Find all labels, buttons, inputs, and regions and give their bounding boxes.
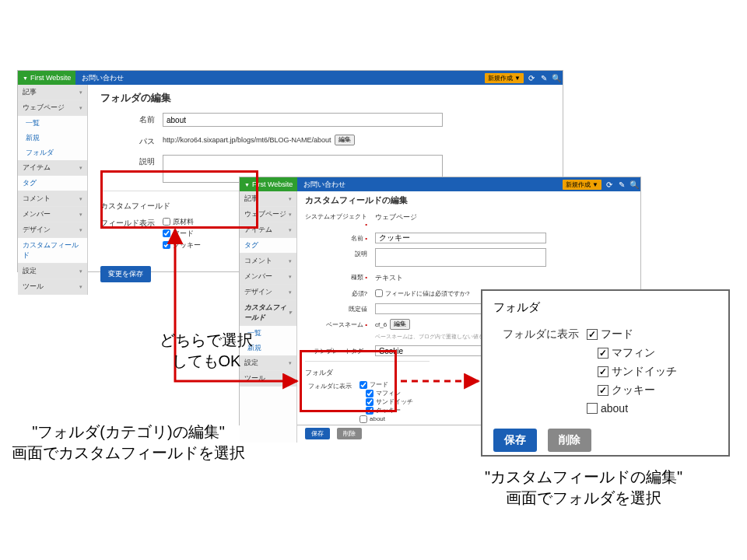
refresh-icon[interactable]: ⟳: [526, 72, 537, 83]
annotation-left-caption: "フォルダ(カテゴリ)の編集" 画面でカスタムフィールドを選択: [4, 422, 253, 464]
topbar2: First Website お問い合わせ 新規作成 ▼ ⟳ ✎ 🔍: [240, 177, 640, 191]
sidebar-item-tag[interactable]: タグ: [18, 176, 87, 191]
mag-disp-label: フォルダに表示: [493, 327, 587, 341]
l-name: 名前: [305, 233, 375, 243]
folder-heading: フォルダ: [305, 368, 430, 378]
label-desc: 説明: [100, 155, 163, 167]
save-button[interactable]: 変更を保存: [100, 266, 151, 282]
i-name[interactable]: [375, 233, 546, 243]
sidebar-item-settings[interactable]: 設定▾: [18, 264, 87, 279]
s2-member[interactable]: メンバー▾: [240, 269, 296, 285]
cb-req[interactable]: フィールドに値は必須ですか?: [375, 288, 469, 299]
page-title: フォルダの編集: [100, 91, 550, 105]
l-default: 既定値: [305, 303, 375, 313]
v-type: テキスト: [375, 271, 403, 283]
l-desc: 説明: [305, 248, 375, 258]
l-tag: テンプレートタグ: [305, 345, 375, 355]
sidebar-item-tools[interactable]: ツール▾: [18, 279, 87, 295]
edit-icon[interactable]: ✎: [538, 72, 549, 83]
s2-tag[interactable]: タグ: [240, 238, 296, 254]
new-button[interactable]: 新規作成 ▼: [485, 73, 524, 83]
topbar: First Website お問い合わせ 新規作成 ▼ ⟳ ✎ 🔍: [18, 71, 563, 85]
fcb-food[interactable]: フード: [359, 380, 413, 389]
sidebar-item-list[interactable]: 一覧: [18, 116, 87, 131]
search-icon2[interactable]: 🔍: [629, 179, 640, 190]
site-button[interactable]: First Website: [18, 71, 75, 85]
mcb-cookie[interactable]: ✓クッキー: [598, 383, 677, 397]
sidebar-item-member[interactable]: メンバー▾: [18, 207, 87, 222]
basename-edit-button[interactable]: 編集: [390, 319, 410, 330]
cb-food[interactable]: フード: [163, 228, 201, 239]
mcb-about[interactable]: about: [587, 402, 677, 415]
blog-name[interactable]: お問い合わせ: [75, 73, 130, 83]
sidebar2: 記事▾ ウェブページ▾ アイテム▾ タグ コメント▾ メンバー▾ デザイン▾ カ…: [240, 191, 297, 443]
cf-save-button[interactable]: 保存: [305, 428, 330, 439]
annotation-middle: どちらで選択 してもOK: [140, 330, 272, 372]
v-basename: cf_6: [375, 321, 387, 328]
path-text: http://koro64.sixapart.jp/blogs/mt6/BLOG…: [163, 136, 331, 144]
cf-heading: カスタムフィールド: [100, 201, 256, 212]
l-req: 必須?: [305, 288, 375, 298]
s2-webpage[interactable]: ウェブページ▾: [240, 207, 296, 222]
site-button2[interactable]: First Website: [240, 177, 297, 191]
sidebar-item-post[interactable]: 記事▾: [18, 85, 87, 100]
fcb-cookie[interactable]: クッキー: [359, 406, 413, 415]
sidebar-item-design[interactable]: デザイン▾: [18, 222, 87, 238]
fcb-about[interactable]: about: [359, 415, 413, 423]
folder-panel-magnified: フォルダ フォルダに表示 ✓フード ✓マフィン ✓サンドイッチ ✓クッキー ab…: [481, 289, 730, 457]
sidebar: 記事▾ ウェブページ▾ 一覧 新規 フォルダ アイテム▾ タグ コメント▾ メン…: [18, 85, 88, 295]
sidebar-item-new[interactable]: 新規: [18, 131, 87, 145]
edit-icon2[interactable]: ✎: [616, 179, 627, 190]
new-button2[interactable]: 新規作成 ▼: [563, 180, 601, 190]
cf-delete-button[interactable]: 削除: [337, 428, 362, 439]
input-name[interactable]: [163, 113, 443, 127]
annotation-right-caption: "カスタムフィールドの編集" 画面でフォルダを選択: [459, 467, 708, 509]
s2-customfield[interactable]: カスタムフィールド▾: [240, 300, 296, 326]
blog-name2[interactable]: お問い合わせ: [297, 180, 352, 190]
l-sysobj: システムオブジェクト: [305, 211, 375, 228]
refresh-icon2[interactable]: ⟳: [604, 179, 615, 190]
s2-tools[interactable]: ツール▾: [240, 371, 296, 387]
fcb-muffin[interactable]: マフィン: [359, 389, 413, 397]
mag-save-button[interactable]: 保存: [493, 429, 537, 452]
sidebar-item-webpage[interactable]: ウェブページ▾: [18, 100, 87, 116]
cb-raw[interactable]: 原材料: [163, 216, 201, 227]
sidebar-item-folder[interactable]: フォルダ: [18, 145, 87, 160]
path-edit-button[interactable]: 編集: [335, 135, 355, 145]
l-folderdisp: フォルダに表示: [305, 380, 359, 390]
sidebar-item-item[interactable]: アイテム▾: [18, 160, 87, 176]
sidebar-item-customfield[interactable]: カスタムフィールド: [18, 238, 87, 264]
l-basename: ベースネーム: [305, 319, 375, 329]
s2-item[interactable]: アイテム▾: [240, 222, 296, 238]
v-sysobj: ウェブページ: [375, 211, 417, 222]
mcb-muffin[interactable]: ✓マフィン: [598, 346, 677, 360]
label-path: パス: [100, 135, 163, 147]
search-icon[interactable]: 🔍: [551, 72, 562, 83]
sidebar-item-comment[interactable]: コメント▾: [18, 191, 87, 207]
l-type: 種類: [305, 271, 375, 282]
s2-comment[interactable]: コメント▾: [240, 254, 296, 269]
label-name: 名前: [100, 113, 163, 125]
i-desc[interactable]: [375, 248, 546, 267]
cf-title: カスタムフィールドの編集: [305, 194, 633, 206]
fcb-sandwich[interactable]: サンドイッチ: [359, 397, 413, 406]
s2-post[interactable]: 記事▾: [240, 191, 296, 207]
mcb-sandwich[interactable]: ✓サンドイッチ: [598, 365, 677, 379]
s2-design[interactable]: デザイン▾: [240, 285, 296, 300]
mag-delete-button[interactable]: 削除: [548, 429, 591, 452]
label-fielddisplay: フィールド表示: [100, 216, 163, 229]
mag-heading: フォルダ: [493, 300, 717, 315]
cb-cookie[interactable]: クッキー: [163, 240, 201, 250]
mcb-food[interactable]: ✓フード: [587, 327, 677, 341]
